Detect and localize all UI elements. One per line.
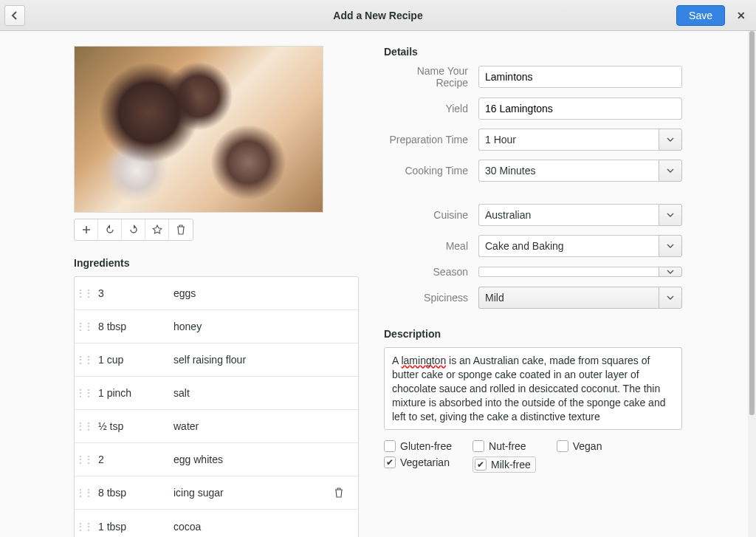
prep-time-label: Preparation Time [384,134,478,146]
milk-free-checkbox[interactable]: Milk-free [472,456,536,473]
rotate-left-icon [105,225,115,235]
yield-input[interactable] [478,98,682,120]
caret-down-icon [667,168,674,173]
delete-image-button[interactable] [169,219,193,240]
caret-down-icon [667,137,674,142]
ingredient-name: salt [173,387,334,399]
ingredients-heading: Ingredients [74,257,359,269]
delete-ingredient-button[interactable] [334,488,352,498]
cook-time-dropdown-button[interactable] [659,160,682,182]
ingredient-row[interactable]: ⋮⋮3eggs [75,277,358,310]
window-title: Add a New Recipe [0,10,756,21]
drag-handle-icon[interactable]: ⋮⋮ [75,321,94,332]
image-toolbar [74,219,193,241]
back-button[interactable] [4,5,25,26]
gluten-free-label: Gluten-free [400,440,452,452]
ingredient-row[interactable]: ⋮⋮8 tbspicing sugar [75,476,358,510]
vegetarian-label: Vegetarian [400,456,450,468]
ingredient-name: self raising flour [173,354,334,366]
spiciness-combo[interactable]: Mild [478,287,682,309]
prep-time-dropdown-button[interactable] [659,129,682,151]
spiciness-dropdown-button[interactable] [659,287,682,309]
ingredient-amount: 2 [94,454,173,465]
vegetarian-checkbox[interactable]: Vegetarian [384,456,452,468]
meal-value: Cake and Baking [478,235,659,257]
content-area: Ingredients ⋮⋮3eggs⋮⋮8 tbsphoney⋮⋮1 cups… [0,31,756,537]
drag-handle-icon[interactable]: ⋮⋮ [75,421,94,431]
ingredient-row[interactable]: ⋮⋮1 tbspcocoa [75,510,358,537]
nut-free-checkbox[interactable]: Nut-free [472,440,536,452]
ingredient-amount: 1 tbsp [94,521,173,533]
ingredient-row[interactable]: ⋮⋮8 tbsphoney [75,310,358,343]
ingredients-list: ⋮⋮3eggs⋮⋮8 tbsphoney⋮⋮1 cupself raising … [74,276,359,537]
diet-options: Gluten-free Vegetarian Nut-free Milk-fre… [384,440,682,473]
rotate-right-button[interactable] [122,219,145,240]
nut-free-label: Nut-free [489,440,526,452]
caret-down-icon [667,213,674,217]
name-label: Name Your Recipe [384,65,478,89]
star-icon [152,225,162,235]
description-text-prefix: A [392,355,401,366]
ingredient-name: water [173,420,334,432]
ingredient-name: egg whites [173,454,334,465]
drag-handle-icon[interactable]: ⋮⋮ [75,488,94,498]
cook-time-label: Cooking Time [384,165,478,177]
cook-time-value: 30 Minutes [478,160,659,182]
rotate-right-icon [128,225,139,235]
ingredient-name: eggs [173,287,334,299]
description-textarea[interactable]: A lamington is an Australian cake, made … [384,347,682,430]
ingredient-amount: 8 tbsp [94,321,173,332]
season-label: Season [384,266,478,278]
ingredient-row[interactable]: ⋮⋮1 pinchsalt [75,377,358,410]
plus-icon [82,225,91,234]
ingredient-name: honey [173,321,334,332]
rotate-left-button[interactable] [98,219,122,240]
meal-label: Meal [384,240,478,252]
vegan-label: Vegan [573,440,602,452]
ingredient-amount: 8 tbsp [94,487,173,499]
ingredient-name: cocoa [173,521,334,533]
set-default-image-button[interactable] [145,219,169,240]
save-button[interactable]: Save [676,5,725,26]
cuisine-label: Cuisine [384,209,478,221]
cuisine-dropdown-button[interactable] [659,204,682,226]
name-input[interactable] [478,66,682,88]
ingredient-row[interactable]: ⋮⋮½ tspwater [75,410,358,443]
season-combo[interactable] [478,267,682,277]
spiciness-value: Mild [478,287,659,309]
trash-icon [176,225,185,235]
drag-handle-icon[interactable]: ⋮⋮ [75,521,94,532]
cook-time-combo[interactable]: 30 Minutes [478,160,682,182]
caret-down-icon [667,244,674,248]
ingredient-amount: 1 pinch [94,387,173,399]
drag-handle-icon[interactable]: ⋮⋮ [75,454,94,465]
yield-label: Yield [384,103,478,114]
cuisine-value: Australian [478,204,659,226]
meal-combo[interactable]: Cake and Baking [478,235,682,257]
meal-dropdown-button[interactable] [659,235,682,257]
season-dropdown-button[interactable] [659,267,682,277]
description-text-misspelled: lamington [401,355,446,366]
chevron-left-icon [11,11,18,20]
ingredient-name: icing sugar [173,487,334,499]
caret-down-icon [667,295,674,300]
recipe-image[interactable] [74,46,323,213]
description-heading: Description [384,328,682,340]
prep-time-combo[interactable]: 1 Hour [478,129,682,151]
ingredient-row[interactable]: ⋮⋮1 cupself raising flour [75,343,358,377]
spiciness-label: Spiciness [384,292,478,304]
prep-time-value: 1 Hour [478,129,659,151]
cuisine-combo[interactable]: Australian [478,204,682,226]
drag-handle-icon[interactable]: ⋮⋮ [75,388,94,398]
scrollbar[interactable] [748,31,756,537]
drag-handle-icon[interactable]: ⋮⋮ [75,288,94,298]
headerbar: Add a New Recipe Save ✕ [0,0,756,31]
add-image-button[interactable] [75,219,98,240]
milk-free-label: Milk-free [491,459,531,471]
ingredient-row[interactable]: ⋮⋮2egg whites [75,443,358,476]
close-button[interactable]: ✕ [731,5,752,26]
drag-handle-icon[interactable]: ⋮⋮ [75,355,94,365]
gluten-free-checkbox[interactable]: Gluten-free [384,440,452,452]
vegan-checkbox[interactable]: Vegan [557,440,602,452]
scrollbar-thumb[interactable] [749,31,755,415]
